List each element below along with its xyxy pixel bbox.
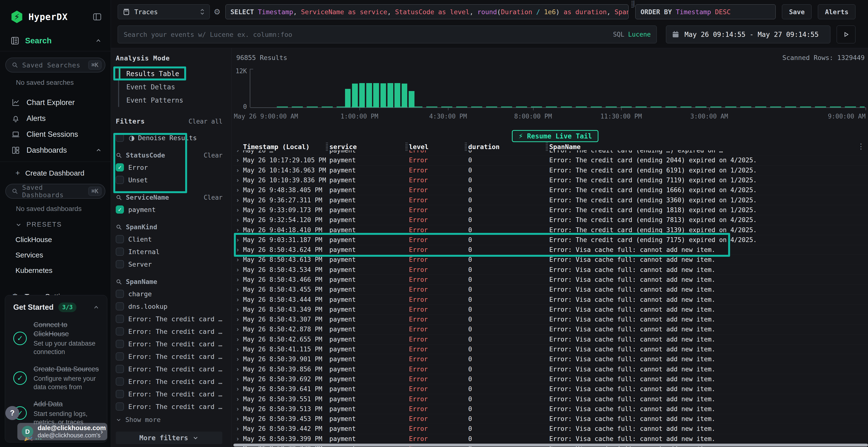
filter-option[interactable]: payment xyxy=(116,205,224,214)
denoise-checkbox[interactable] xyxy=(116,134,124,142)
checkbox-unchecked[interactable] xyxy=(116,327,124,336)
filter-option[interactable]: Error: The credit card … xyxy=(116,403,224,411)
column-resize-handle[interactable] xyxy=(326,143,328,151)
column-header-level[interactable]: level xyxy=(409,143,468,150)
source-settings-gear-icon[interactable]: ⚙ xyxy=(214,7,221,16)
table-row[interactable]: ›May 26 8:50:39.551 PMpaymentError0Error… xyxy=(234,394,868,404)
create-dashboard-button[interactable]: + Create Dashboard xyxy=(16,169,111,177)
checkbox-unchecked[interactable] xyxy=(116,340,124,348)
filter-clear-button[interactable]: Clear xyxy=(204,194,222,201)
checkbox-unchecked[interactable] xyxy=(116,248,124,256)
sidebar-item-dashboards[interactable]: Dashboards xyxy=(0,142,111,158)
checkbox-unchecked[interactable] xyxy=(116,260,124,268)
table-row[interactable]: ›May 26 8:50:39.901 PMpaymentError0Error… xyxy=(234,354,868,364)
table-row[interactable]: ›May 26 8:50:43.466 PMpaymentError0Error… xyxy=(234,275,868,285)
table-row[interactable]: ›May 26 8:50:43.624 PMpaymentError0Error… xyxy=(234,245,868,255)
table-row[interactable]: ›May 26 8:50:43.307 PMpaymentError0Error… xyxy=(234,314,868,324)
lang-toggle-sql[interactable]: SQL xyxy=(613,31,624,38)
show-more-button[interactable]: Show more xyxy=(116,416,224,423)
row-expand-chevron-icon[interactable]: › xyxy=(234,296,243,303)
checkbox-unchecked[interactable] xyxy=(116,235,124,243)
horizontal-scrollbar[interactable] xyxy=(234,444,868,447)
checkbox-unchecked[interactable] xyxy=(116,377,124,386)
table-row[interactable]: ›May 26 9:32:54.120 PMpaymentError0Error… xyxy=(234,215,868,225)
checkbox-unchecked[interactable] xyxy=(116,390,124,398)
checkbox-unchecked[interactable] xyxy=(116,176,124,184)
search-input[interactable]: Search your events w/ Lucene ex. column:… xyxy=(118,26,657,43)
row-expand-chevron-icon[interactable]: › xyxy=(234,375,243,383)
preset-kubernetes[interactable]: Kubernetes xyxy=(16,266,111,275)
row-expand-chevron-icon[interactable]: › xyxy=(234,325,243,333)
row-expand-chevron-icon[interactable]: › xyxy=(234,336,243,343)
row-expand-chevron-icon[interactable]: › xyxy=(234,435,243,442)
table-row[interactable]: ›May 26 10:17:29.105 PMpaymentError0Erro… xyxy=(234,156,868,165)
analysis-mode-results-table[interactable]: Results Table xyxy=(119,67,224,80)
sql-select-editor[interactable]: SELECT Timestamp, ServiceName as service… xyxy=(225,4,629,19)
analysis-mode-event-patterns[interactable]: Event Patterns xyxy=(119,94,224,107)
column-resize-handle[interactable] xyxy=(465,143,467,151)
column-header-timestamp[interactable]: Timestamp (Local) xyxy=(243,143,329,150)
histogram-bar[interactable] xyxy=(409,91,414,107)
filter-option[interactable]: Client xyxy=(116,235,224,243)
checkbox-unchecked[interactable] xyxy=(116,290,124,298)
row-expand-chevron-icon[interactable]: › xyxy=(234,396,243,403)
row-expand-chevron-icon[interactable]: › xyxy=(234,167,243,174)
table-row[interactable]: ›May 26 …paymentError0Error: The credit … xyxy=(234,150,868,156)
checkbox-unchecked[interactable] xyxy=(116,315,124,323)
filter-option[interactable]: Error: The credit card … xyxy=(116,390,224,398)
row-expand-chevron-icon[interactable]: › xyxy=(234,216,243,224)
table-row[interactable]: ›May 26 8:50:39.442 PMpaymentError0Error… xyxy=(234,424,868,434)
row-expand-chevron-icon[interactable]: › xyxy=(234,206,243,214)
table-row[interactable]: ›May 26 8:50:43.534 PMpaymentError0Error… xyxy=(234,265,868,275)
histogram-bar[interactable] xyxy=(352,83,358,107)
table-row[interactable]: ›May 26 9:03:31.187 PMpaymentError0Error… xyxy=(234,235,868,245)
row-expand-chevron-icon[interactable]: › xyxy=(234,256,243,263)
column-header-service[interactable]: service xyxy=(329,143,409,150)
row-expand-chevron-icon[interactable]: › xyxy=(234,227,243,234)
run-query-button[interactable] xyxy=(837,26,856,43)
get-started-item[interactable]: ✓ Add Data Start sending logs, metrics, … xyxy=(13,400,100,426)
filter-option[interactable]: Error xyxy=(116,163,224,171)
row-expand-chevron-icon[interactable]: › xyxy=(234,366,243,373)
lang-toggle-lucene[interactable]: Lucene xyxy=(628,31,651,38)
table-row[interactable]: ›May 26 9:36:27.311 PMpaymentError0Error… xyxy=(234,195,868,205)
table-row[interactable]: ›May 26 8:50:39.453 PMpaymentError0Error… xyxy=(234,414,868,424)
row-expand-chevron-icon[interactable]: › xyxy=(234,385,243,392)
table-row[interactable]: ›May 26 8:50:39.399 PMpaymentError0Error… xyxy=(234,434,868,444)
column-header-spanname[interactable]: SpanName xyxy=(549,143,868,150)
column-resize-handle[interactable] xyxy=(406,143,407,151)
table-row[interactable]: ›May 26 8:50:39.513 PMpaymentError0Error… xyxy=(234,404,868,414)
clear-all-button[interactable]: Clear all xyxy=(189,118,222,125)
checkbox-unchecked[interactable] xyxy=(116,352,124,360)
table-row[interactable]: ›May 26 9:48:38.405 PMpaymentError0Error… xyxy=(234,185,868,195)
row-expand-chevron-icon[interactable]: › xyxy=(234,186,243,194)
row-expand-chevron-icon[interactable]: › xyxy=(234,415,243,422)
checkbox-unchecked[interactable] xyxy=(116,365,124,373)
saved-dashboards-input[interactable]: Saved Dashboards ⌘K xyxy=(5,184,105,199)
get-started-item[interactable]: ✓ Connect to ClickHouse Set up your data… xyxy=(13,320,100,356)
presets-toggle[interactable]: PRESETS xyxy=(16,221,111,228)
table-row[interactable]: ›May 26 8:50:39.856 PMpaymentError0Error… xyxy=(234,365,868,374)
table-row[interactable]: ›May 26 8:50:43.349 PMpaymentError0Error… xyxy=(234,305,868,314)
resume-live-tail-button[interactable]: ⚡ Resume Live Tail xyxy=(512,130,598,142)
table-row[interactable]: ›May 26 10:14:36.963 PMpaymentError0Erro… xyxy=(234,166,868,175)
histogram-bar[interactable] xyxy=(380,83,386,107)
histogram-bar[interactable] xyxy=(366,83,372,107)
table-row[interactable]: ›May 26 9:33:09.173 PMpaymentError0Error… xyxy=(234,205,868,215)
histogram-bar[interactable] xyxy=(345,89,350,107)
filter-option[interactable]: Error: The credit card … xyxy=(116,327,224,336)
preset-services[interactable]: Services xyxy=(16,251,111,259)
row-expand-chevron-icon[interactable]: › xyxy=(234,316,243,323)
analysis-mode-event-deltas[interactable]: Event Deltas xyxy=(119,80,224,94)
chevron-up-icon[interactable] xyxy=(93,304,100,311)
more-filters-button[interactable]: More filters xyxy=(116,432,222,444)
checkbox-unchecked[interactable] xyxy=(116,302,124,310)
get-started-item[interactable]: ✓ Create Data Sources Configure where yo… xyxy=(13,365,100,391)
filter-option[interactable]: Internal xyxy=(116,248,224,256)
histogram-bar[interactable] xyxy=(359,83,365,107)
row-expand-chevron-icon[interactable]: › xyxy=(234,176,243,184)
checkbox-unchecked[interactable] xyxy=(116,403,124,411)
user-menu[interactable]: D dale@clickhouse.com dale@clickhouse.co… xyxy=(18,423,107,440)
filter-clear-button[interactable]: Clear xyxy=(204,152,222,159)
row-expand-chevron-icon[interactable]: › xyxy=(234,286,243,293)
